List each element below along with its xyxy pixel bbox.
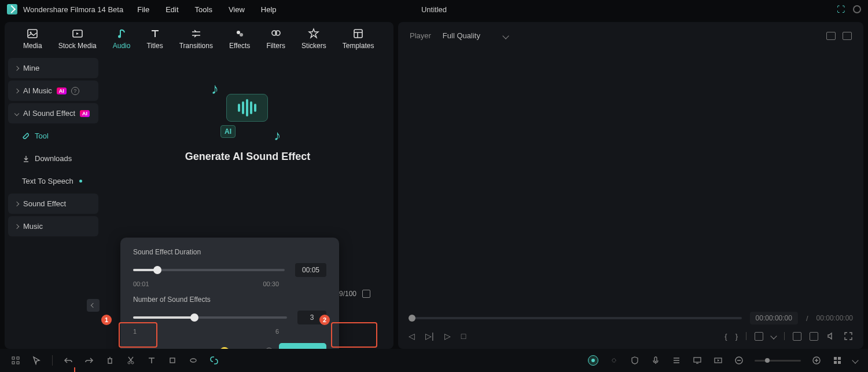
text-icon[interactable] — [146, 355, 157, 366]
tab-filters[interactable]: Filters — [258, 28, 293, 50]
ai-assistant-icon[interactable] — [588, 355, 598, 366]
tab-titles[interactable]: Titles — [138, 28, 171, 50]
bracket-open[interactable]: { — [724, 332, 727, 341]
ai-badge-icon: AI — [57, 87, 67, 94]
svg-rect-8 — [354, 30, 362, 38]
progress-circle-icon[interactable] — [853, 5, 861, 13]
svg-rect-24 — [838, 357, 841, 360]
fullscreen-icon[interactable] — [844, 331, 853, 341]
sidebar-item-downloads[interactable]: Downloads — [8, 148, 98, 169]
stop-button[interactable]: □ — [461, 331, 466, 341]
menu-bar: File Edit Tools View Help — [137, 5, 276, 14]
menu-help[interactable]: Help — [261, 5, 277, 14]
tab-stock-media[interactable]: Stock Media — [50, 28, 105, 50]
duration-value: 00:05 — [295, 263, 326, 277]
playhead-thumb-icon[interactable] — [409, 315, 415, 322]
link-icon[interactable] — [188, 355, 198, 366]
num-label: Number of Sound Effects — [133, 296, 326, 304]
menu-edit[interactable]: Edit — [165, 5, 178, 14]
menu-file[interactable]: File — [137, 5, 149, 14]
sidebar-item-music[interactable]: Music — [8, 216, 98, 236]
download-icon — [22, 155, 30, 163]
playhead-slider[interactable] — [409, 317, 742, 319]
chevron-down-icon — [502, 32, 509, 39]
caret-icon — [14, 201, 19, 206]
chain-icon[interactable] — [209, 355, 219, 366]
app-name: Wondershare Filmora 14 Beta — [23, 5, 123, 14]
gift-icon[interactable]: ⛶ — [837, 5, 845, 14]
undo-icon[interactable] — [63, 355, 73, 366]
chevron-down-icon[interactable] — [852, 357, 858, 363]
monitor-icon[interactable] — [692, 355, 703, 366]
zoom-thumb-icon[interactable] — [765, 358, 770, 363]
cursor-icon[interactable] — [31, 355, 42, 366]
ai-sound-artwork-icon: ♪ AI ♪ — [210, 82, 285, 140]
bracket-close[interactable]: } — [735, 332, 738, 341]
menu-tools[interactable]: Tools — [195, 5, 212, 14]
tab-stickers[interactable]: Stickers — [293, 28, 334, 50]
svg-point-13 — [128, 362, 130, 364]
layout-grid-icon[interactable] — [826, 32, 836, 40]
num-slider[interactable] — [133, 316, 287, 319]
redo-icon[interactable] — [84, 355, 94, 366]
quality-dropdown[interactable]: Full Quality — [443, 31, 508, 40]
next-frame-button[interactable]: ▷| — [425, 331, 434, 341]
sidebar-item-ai-music[interactable]: AI MusicAI? — [8, 81, 98, 101]
svg-rect-19 — [694, 358, 701, 362]
zoom-in-icon[interactable] — [811, 355, 822, 366]
tab-transitions[interactable]: Transitions — [171, 28, 221, 50]
chevron-down-icon[interactable] — [770, 333, 777, 339]
sidebar-item-ai-sound-effect[interactable]: AI Sound EffectAI — [8, 103, 98, 123]
marker-icon[interactable] — [755, 332, 763, 341]
title-bar: Wondershare Filmora 14 Beta File Edit To… — [0, 0, 868, 19]
zoom-slider[interactable] — [755, 360, 801, 362]
play-button[interactable]: ▷ — [444, 331, 451, 341]
caret-icon — [14, 88, 19, 93]
list-icon[interactable] — [671, 355, 682, 366]
chart-icon[interactable] — [843, 32, 852, 40]
fit-icon[interactable] — [832, 355, 843, 366]
callout-2: 2 — [319, 315, 330, 325]
tab-audio[interactable]: Audio — [105, 28, 139, 50]
svg-rect-9 — [12, 357, 14, 359]
crop-icon[interactable] — [167, 355, 178, 366]
slider-thumb-icon[interactable] — [153, 266, 161, 274]
tab-effects[interactable]: Effects — [221, 28, 258, 50]
sidebar-item-tool[interactable]: Tool — [8, 126, 98, 146]
shield-icon[interactable] — [630, 355, 640, 366]
svg-rect-10 — [17, 357, 19, 359]
volume-icon[interactable] — [826, 331, 836, 341]
svg-point-17 — [612, 359, 616, 362]
sidebar-item-tts[interactable]: Text To Speech — [8, 171, 98, 191]
dot-indicator-icon — [79, 180, 82, 183]
cut-icon[interactable] — [126, 355, 136, 366]
grid-icon[interactable] — [10, 355, 21, 366]
help-icon[interactable]: ? — [71, 87, 79, 95]
caret-icon — [14, 111, 19, 115]
prev-frame-button[interactable]: ◁ — [409, 331, 415, 341]
duration-slider[interactable] — [133, 269, 285, 271]
camera-icon[interactable] — [810, 332, 818, 341]
trash-icon[interactable] — [362, 290, 370, 298]
sun-icon[interactable] — [609, 355, 619, 366]
menu-view[interactable]: View — [229, 5, 245, 14]
tab-templates[interactable]: Templates — [334, 28, 382, 50]
caret-icon — [14, 65, 19, 70]
sidebar-item-mine[interactable]: Mine — [8, 58, 98, 78]
screenshot-icon[interactable] — [793, 332, 801, 341]
mic-icon[interactable] — [650, 355, 661, 366]
svg-point-3 — [118, 35, 121, 38]
svg-rect-25 — [834, 361, 837, 364]
render-icon[interactable] — [713, 355, 723, 366]
zoom-out-icon[interactable] — [734, 355, 744, 366]
svg-point-14 — [131, 362, 134, 364]
chevron-left-icon — [91, 303, 95, 308]
sidebar-collapse-button[interactable] — [87, 299, 100, 312]
tab-media[interactable]: Media — [15, 28, 50, 50]
svg-rect-12 — [17, 362, 19, 364]
sidebar-item-sound-effect[interactable]: Sound Effect — [8, 194, 98, 214]
svg-point-16 — [190, 359, 196, 362]
slider-thumb-icon[interactable] — [190, 313, 198, 322]
app-logo-icon — [7, 4, 17, 14]
delete-icon[interactable] — [105, 355, 115, 366]
